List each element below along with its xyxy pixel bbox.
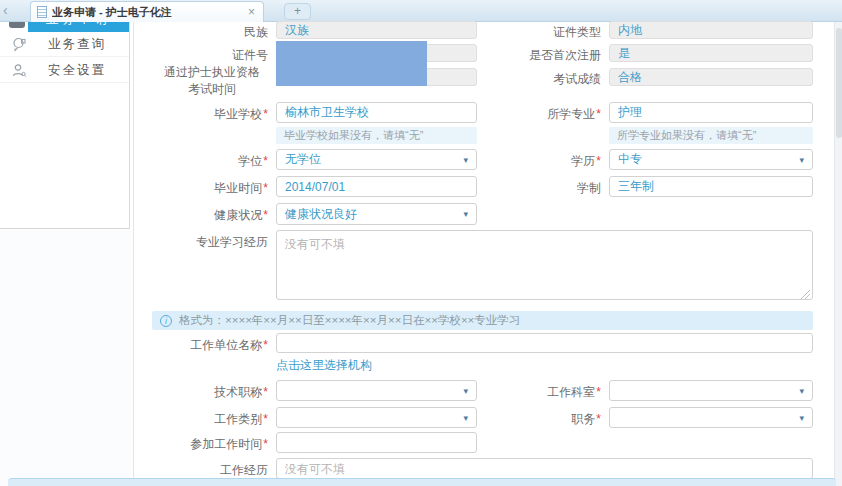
id-type-label: 证件类型 <box>420 24 601 41</box>
first-registration-field: 是 <box>609 44 813 62</box>
major-hint: 所学专业如果没有，请填“无” <box>609 127 813 144</box>
chevron-down-icon: ▾ <box>463 209 468 219</box>
app-window: ‹ 业务申请 - 护士电子化注 × + 业务申请 业务查询 安全设置 民族 汉 <box>0 0 842 486</box>
graduation-date-label: 毕业时间* <box>60 180 268 197</box>
exam-result-field: 合格 <box>609 68 813 86</box>
study-experience-label: 专业学习经历 <box>60 234 268 251</box>
health-status-label: 健康状况* <box>60 207 268 224</box>
textarea-resize-handle[interactable] <box>801 290 810 299</box>
tab-favicon-icon <box>37 6 47 18</box>
graduation-school-hint: 毕业学校如果没有，请填“无” <box>276 127 477 144</box>
info-icon: i <box>160 315 172 327</box>
work-start-date-label: 参加工作时间* <box>60 436 268 453</box>
scrollbar-thumb[interactable] <box>836 28 842 138</box>
work-unit-label: 工作单位名称* <box>60 337 268 354</box>
active-tab[interactable]: 业务申请 - 护士电子化注 × <box>30 1 264 22</box>
work-department-select[interactable]: ▾ <box>609 380 813 401</box>
tab-title: 业务申请 - 护士电子化注 <box>52 5 172 20</box>
graduation-school-label: 毕业学校* <box>60 106 268 123</box>
degree-label: 学位* <box>60 153 268 170</box>
work-department-label: 工作科室* <box>420 384 601 401</box>
vertical-scrollbar[interactable] <box>834 22 842 486</box>
work-experience-input[interactable] <box>276 458 813 479</box>
study-experience-textarea[interactable] <box>276 230 813 300</box>
browser-tab-bar: ‹ 业务申请 - 护士电子化注 × + <box>0 0 842 22</box>
work-category-label: 工作类别* <box>60 411 268 428</box>
ethnicity-label: 民族 <box>60 24 268 41</box>
major-input[interactable] <box>609 102 813 123</box>
chevron-down-icon: ▾ <box>799 155 804 165</box>
work-start-date-input[interactable] <box>276 432 477 453</box>
health-status-select[interactable]: 健康状况良好▾ <box>276 203 477 225</box>
user-security-icon <box>12 63 27 78</box>
query-icon <box>12 37 27 52</box>
id-type-field: 内地 <box>609 21 813 39</box>
format-info-bar: i 格式为：××××年××月××日至××××年××月××日在××学校××专业学习 <box>152 311 813 330</box>
id-number-label: 证件号 <box>60 47 268 64</box>
bottom-panel-edge <box>8 478 836 486</box>
redaction-overlay <box>276 41 427 86</box>
select-institution-link[interactable]: 点击这里选择机构 <box>276 357 372 374</box>
school-system-input[interactable] <box>609 176 813 197</box>
chevron-down-icon: ▾ <box>799 386 804 396</box>
tab-scroll-left-icon[interactable]: ‹ <box>3 2 8 18</box>
work-experience-label: 工作经历 <box>60 462 268 479</box>
exam-time-label: 通过护士执业资格考试时间 <box>156 64 268 98</box>
education-label: 学历* <box>420 153 601 170</box>
school-system-label: 学制 <box>420 180 601 197</box>
tab-close-icon[interactable]: × <box>246 6 257 18</box>
work-unit-input[interactable] <box>276 333 813 353</box>
first-registration-label: 是否首次注册 <box>420 47 601 64</box>
major-label: 所学专业* <box>420 106 601 123</box>
business-apply-icon <box>9 22 25 28</box>
new-tab-button[interactable]: + <box>284 3 311 20</box>
position-label: 职务* <box>420 411 601 428</box>
education-select[interactable]: 中专▾ <box>609 149 813 170</box>
position-select[interactable]: ▾ <box>609 407 813 428</box>
exam-result-label: 考试成绩 <box>420 71 601 88</box>
chevron-down-icon: ▾ <box>799 413 804 423</box>
technical-title-label: 技术职称* <box>60 384 268 401</box>
